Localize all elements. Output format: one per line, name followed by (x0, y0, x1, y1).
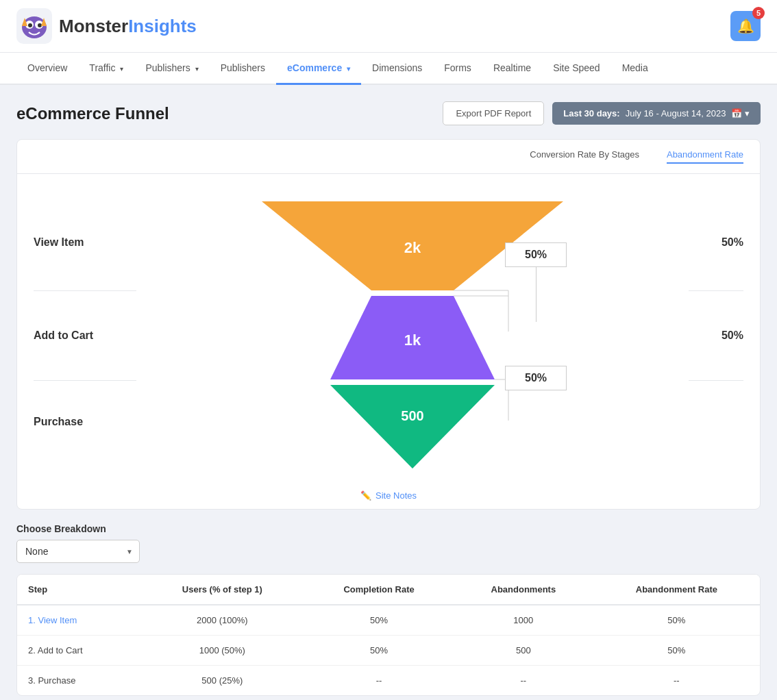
publishers-caret: ▾ (195, 65, 199, 73)
table-body: 1. View Item 2000 (100%) 50% 1000 50% 2.… (17, 605, 760, 695)
purchase-label-row: Purchase (34, 381, 136, 463)
header: MonsterInsights 🔔 5 (0, 0, 777, 53)
add-to-cart-rate-row: 50% (722, 291, 743, 380)
funnel-layout: View Item Add to Cart Purchase (34, 195, 743, 475)
step-3-abandonments: -- (454, 666, 593, 696)
conversion-box-2: 50% (505, 366, 567, 390)
nav-item-forms[interactable]: Forms (433, 53, 482, 85)
funnel-svg: 2k 1k 500 (241, 195, 584, 475)
nav-item-search-console[interactable]: Publishers (210, 53, 276, 85)
step-1-name: 1. View Item (17, 605, 140, 636)
nav-item-ecommerce[interactable]: eCommerce ▾ (276, 53, 361, 85)
funnel-visual-area: View Item Add to Cart Purchase (17, 174, 760, 482)
funnel-table: Step Users (% of step 1) Completion Rate… (16, 574, 761, 696)
notification-badge: 5 (752, 7, 765, 19)
page-header-actions: Export PDF Report Last 30 days: July 16 … (443, 101, 761, 125)
breakdown-select[interactable]: None Device Category Country Source/Medi… (16, 540, 140, 563)
svg-point-4 (28, 23, 32, 27)
site-notes-button[interactable]: ✏️ Site Notes (360, 490, 417, 501)
ecommerce-caret: ▾ (347, 65, 350, 73)
nav-item-publishers[interactable]: Publishers ▾ (134, 53, 209, 85)
nav-item-dimensions[interactable]: Dimensions (361, 53, 433, 85)
col-completion: Completion Rate (304, 575, 454, 605)
breakdown-select-wrap: None Device Category Country Source/Medi… (16, 540, 140, 563)
step-3-users: 500 (25%) (140, 666, 304, 696)
date-range-button[interactable]: Last 30 days: July 16 - August 14, 2023 … (552, 102, 761, 125)
conversion-box-1: 50% (505, 242, 567, 267)
funnel-column-headers: Conversion Rate By Stages Abandonment Ra… (17, 140, 760, 174)
conv-box-1-area: 50% (505, 242, 567, 322)
view-item-label-row: View Item (34, 195, 136, 290)
nav-item-realtime[interactable]: Realtime (482, 53, 542, 85)
step-2-name: 2. Add to Cart (17, 636, 140, 666)
view-item-label: View Item (34, 236, 84, 249)
page-header: eCommerce Funnel Export PDF Report Last … (16, 101, 761, 125)
svg-text:2k: 2k (404, 239, 421, 256)
step-2-abandonments: 500 (454, 636, 593, 666)
site-notes-bar: ✏️ Site Notes (17, 482, 760, 509)
nav-item-site-speed[interactable]: Site Speed (542, 53, 611, 85)
step-1-abandonments: 1000 (454, 605, 593, 636)
purchase-label: Purchase (34, 416, 83, 428)
table-row: 1. View Item 2000 (100%) 50% 1000 50% (17, 605, 760, 636)
table-header-row: Step Users (% of step 1) Completion Rate… (17, 575, 760, 605)
svg-text:1k: 1k (404, 332, 421, 349)
step-1-users: 2000 (100%) (140, 605, 304, 636)
view-item-rate: 50% (722, 236, 743, 249)
step-3-name: 3. Purchase (17, 666, 140, 696)
svg-point-5 (38, 23, 42, 27)
step-1-link[interactable]: 1. View Item (28, 615, 77, 625)
date-label: Last 30 days: (563, 108, 619, 118)
step-3-completion: -- (304, 666, 454, 696)
export-pdf-button[interactable]: Export PDF Report (443, 101, 544, 125)
abandonment-rates-col: 50% 50% (689, 195, 743, 475)
site-notes-label: Site Notes (375, 490, 417, 501)
funnel-data-table: Step Users (% of step 1) Completion Rate… (17, 575, 760, 695)
col-abandonments: Abandonments (454, 575, 593, 605)
bell-icon: 🔔 (737, 18, 754, 34)
col-abandonment-rate: Abandonment Rate (593, 575, 760, 605)
funnel-card: Conversion Rate By Stages Abandonment Ra… (16, 139, 761, 510)
table-row: 3. Purchase 500 (25%) -- -- -- (17, 666, 760, 696)
add-to-cart-rate: 50% (722, 329, 743, 342)
nav-item-overview[interactable]: Overview (16, 53, 78, 85)
svg-marker-12 (330, 385, 495, 468)
svg-text:500: 500 (401, 408, 423, 423)
table-head: Step Users (% of step 1) Completion Rate… (17, 575, 760, 605)
logo-area: MonsterInsights (16, 8, 197, 44)
traffic-caret: ▾ (120, 65, 123, 73)
add-to-cart-label-row: Add to Cart (34, 291, 136, 380)
conv-box-2-area: 50% (505, 366, 567, 390)
step-2-abandonment-rate: 50% (593, 636, 760, 666)
view-item-rate-row: 50% (722, 195, 743, 290)
conversion-rate-label: Conversion Rate By Stages (530, 149, 639, 164)
header-right: 🔔 5 (730, 11, 761, 41)
main-content: eCommerce Funnel Export PDF Report Last … (0, 85, 777, 700)
add-to-cart-label: Add to Cart (34, 329, 93, 342)
step-3-abandonment-rate: -- (593, 666, 760, 696)
funnel-stage-labels: View Item Add to Cart Purchase (34, 195, 136, 475)
step-2-users: 1000 (50%) (140, 636, 304, 666)
nav: Overview Traffic ▾ Publishers ▾ Publishe… (0, 53, 777, 85)
funnel-svg-area: 2k 1k 500 (136, 195, 689, 475)
page-title: eCommerce Funnel (16, 104, 169, 123)
nav-item-traffic[interactable]: Traffic ▾ (78, 53, 134, 85)
logo-icon (16, 8, 52, 44)
step-1-abandonment-rate: 50% (593, 605, 760, 636)
step-2-completion: 50% (304, 636, 454, 666)
breakdown-label: Choose Breakdown (16, 523, 761, 534)
abandonment-rate-label: Abandonment Rate (667, 149, 743, 164)
nav-item-media[interactable]: Media (611, 53, 659, 85)
col-step: Step (17, 575, 140, 605)
calendar-icon: 📅 ▾ (731, 108, 750, 118)
breakdown-section: Choose Breakdown None Device Category Co… (16, 523, 761, 563)
col-users: Users (% of step 1) (140, 575, 304, 605)
step-1-completion: 50% (304, 605, 454, 636)
date-range-value: July 16 - August 14, 2023 (626, 108, 726, 118)
divider-4 (689, 380, 743, 381)
logo-text: MonsterInsights (59, 16, 197, 37)
pencil-icon: ✏️ (360, 490, 371, 501)
table-row: 2. Add to Cart 1000 (50%) 50% 500 50% (17, 636, 760, 666)
